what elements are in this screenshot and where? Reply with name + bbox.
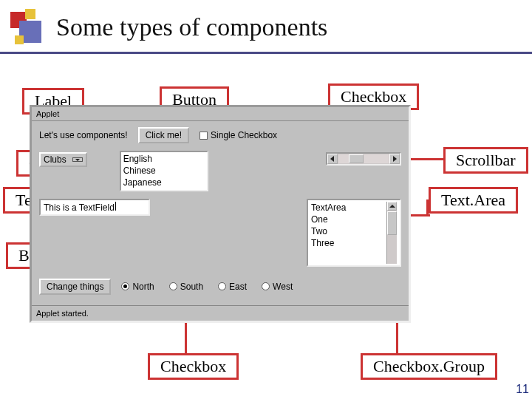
textfield-value: This is a TextField	[44, 202, 115, 213]
change-things-button[interactable]: Change things	[39, 279, 111, 295]
textarea-vertical-scrollbar[interactable]	[386, 202, 397, 264]
choice-value: Clubs	[44, 154, 66, 165]
scroll-up-icon[interactable]	[387, 202, 397, 211]
textarea-line: One	[311, 214, 386, 225]
applet-menubar: Applet	[32, 107, 409, 121]
textarea-line: Three	[311, 237, 386, 249]
divider	[0, 52, 532, 54]
caret	[115, 202, 116, 211]
text-field[interactable]: This is a TextField	[39, 199, 150, 216]
scroll-right-icon[interactable]	[389, 154, 400, 164]
callout-checkbox-bottom: Checkbox	[148, 353, 239, 380]
scrollbar-track[interactable]	[338, 154, 389, 163]
callout-checkbox-group: Checkbox.Group	[361, 353, 497, 380]
list-item[interactable]: Chinese	[123, 165, 205, 177]
logo	[10, 9, 49, 46]
radio-east[interactable]: East	[218, 282, 247, 292]
svg-marker-2	[389, 205, 395, 208]
pointer	[426, 200, 429, 216]
svg-marker-1	[393, 156, 397, 162]
chevron-down-icon	[72, 157, 83, 162]
textarea-line: Two	[311, 225, 386, 237]
choice-dropdown[interactable]: Clubs	[39, 152, 87, 167]
scrollbar-thumb[interactable]	[387, 211, 397, 235]
list-item[interactable]: English	[123, 153, 205, 165]
scrollbar-thumb[interactable]	[349, 154, 364, 163]
checkbox-box[interactable]	[200, 132, 208, 140]
click-me-button[interactable]: Click me!	[138, 127, 189, 143]
scroll-left-icon[interactable]	[327, 154, 338, 164]
page-title: Some types of components	[56, 13, 327, 41]
textarea-line: TextArea	[311, 202, 386, 214]
applet-menu-item[interactable]: Applet	[36, 109, 59, 118]
callout-scrollbar: Scrollbar	[443, 147, 528, 174]
callout-textarea: Text.Area	[429, 187, 518, 214]
components-label: Let's use components!	[39, 130, 128, 140]
horizontal-scrollbar[interactable]	[326, 152, 401, 166]
applet-status: Applet started.	[32, 305, 409, 321]
page-number: 11	[516, 383, 529, 396]
single-checkbox[interactable]: Single Checkbox	[200, 130, 277, 140]
svg-marker-0	[330, 156, 334, 162]
checkbox-group: North South East West	[121, 282, 293, 292]
list-item[interactable]: Japanese	[123, 177, 205, 188]
applet-window: Applet Let's use components! Click me! S…	[30, 105, 411, 323]
radio-north[interactable]: North	[121, 282, 154, 292]
list-box[interactable]: English Chinese Japanese	[120, 151, 208, 191]
text-area[interactable]: TextArea One Two Three	[307, 199, 401, 267]
radio-west[interactable]: West	[262, 282, 293, 292]
radio-south[interactable]: South	[169, 282, 203, 292]
checkbox-label: Single Checkbox	[211, 130, 277, 140]
